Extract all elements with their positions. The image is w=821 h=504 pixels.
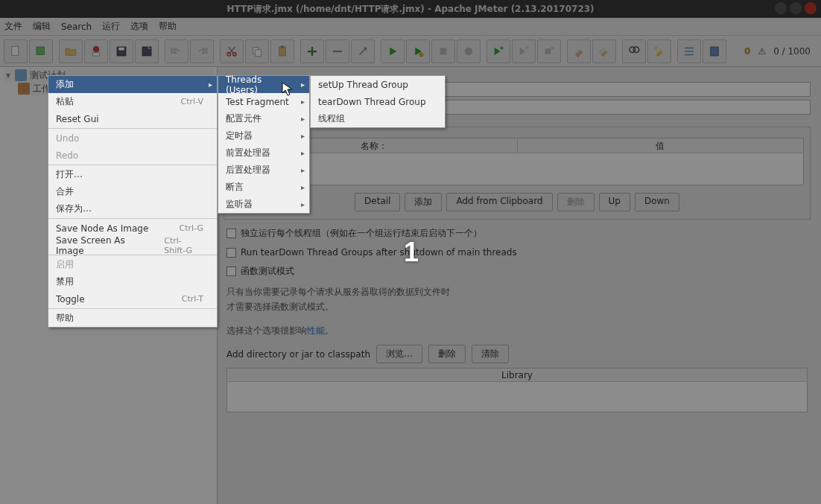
chk-independent[interactable]: [226, 229, 236, 238]
chk-teardown-label: Run tearDown Thread Groups after shutdow…: [241, 247, 517, 258]
start-no-timers-icon[interactable]: [406, 39, 430, 63]
clear-all-icon[interactable]: [592, 39, 616, 63]
collapse-icon[interactable]: [326, 39, 349, 63]
window-controls: [775, 2, 817, 14]
redo-icon[interactable]: [190, 39, 214, 63]
templates-icon[interactable]: [29, 39, 53, 63]
ctx-add-item[interactable]: 断言▸: [218, 179, 309, 196]
note-line-2: 才需要选择函数测试模式。: [226, 300, 808, 313]
ctx-main-separator: [48, 165, 217, 165]
ctx-main-item[interactable]: 帮助: [48, 310, 217, 327]
undo-icon[interactable]: [165, 39, 188, 63]
context-menu-main[interactable]: 添加▸粘贴Ctrl-VReset GuiUndoRedo打开…合并保存为…Sav…: [48, 75, 218, 328]
warn-icon: ⚠: [758, 46, 766, 57]
new-icon[interactable]: [4, 39, 28, 63]
ctx-main-separator: [48, 255, 217, 255]
function-helper-icon[interactable]: [677, 39, 701, 63]
maximize-icon[interactable]: [790, 2, 802, 14]
search-icon[interactable]: [622, 39, 646, 63]
toggle-icon[interactable]: [351, 39, 375, 63]
ctx-main-item-accel: Ctrl-Shift-G: [142, 236, 203, 255]
menu-search[interactable]: Search: [61, 22, 92, 32]
svg-rect-23: [711, 47, 719, 56]
ctx-main-item-label: 保存为…: [56, 202, 92, 215]
delete-button[interactable]: 删除: [557, 193, 595, 211]
ctx-main-item[interactable]: Reset Gui: [48, 110, 217, 127]
menu-help[interactable]: 帮助: [159, 20, 177, 33]
ctx-add-item-label: 定时器: [226, 130, 253, 142]
ctx-main-item[interactable]: 保存为…: [48, 200, 217, 217]
vars-table-body[interactable]: [231, 153, 803, 185]
ctx-main-item[interactable]: ToggleCtrl-T: [48, 290, 217, 307]
svg-rect-12: [281, 45, 285, 48]
down-button[interactable]: Down: [635, 193, 679, 211]
copy-icon[interactable]: [245, 39, 269, 63]
ctx-main-separator: [48, 308, 217, 309]
reset-search-icon[interactable]: [647, 39, 671, 63]
ctx-add-item[interactable]: 前置处理器▸: [218, 144, 309, 162]
chk-teardown[interactable]: [226, 248, 236, 258]
ctx-add-item[interactable]: 定时器▸: [218, 127, 309, 144]
ctx-add-item[interactable]: Threads (Users)▸: [218, 76, 309, 93]
save-as-icon[interactable]: [135, 39, 159, 63]
menu-bar: 文件 编辑 Search 运行 选项 帮助: [0, 18, 821, 36]
minimize-icon[interactable]: [775, 2, 787, 14]
ctx-main-item[interactable]: 添加▸: [48, 76, 217, 93]
library-body[interactable]: [227, 382, 807, 412]
up-button[interactable]: Up: [599, 193, 630, 211]
context-menu-add[interactable]: Threads (Users)▸Test Fragment▸配置元件▸定时器▸前…: [218, 75, 310, 214]
close-icon[interactable]: [805, 2, 817, 14]
note-line-1: 只有当你需要记录每个请求从服务器取得的数据到文件时: [226, 285, 808, 299]
open-icon[interactable]: [59, 39, 83, 63]
ctx-main-item[interactable]: 粘贴Ctrl-V: [48, 93, 217, 110]
add-from-clipboard-button[interactable]: Add from Clipboard: [446, 193, 552, 211]
ctx-add-item[interactable]: 后置处理器▸: [218, 162, 309, 179]
start-icon[interactable]: [381, 39, 405, 63]
vars-table[interactable]: 名称： 值: [230, 138, 804, 185]
svg-rect-11: [279, 47, 286, 56]
paste-icon[interactable]: [270, 39, 294, 63]
ctx-main-separator: [48, 218, 217, 219]
classpath-delete-button[interactable]: 删除: [428, 345, 466, 363]
remote-stop-icon[interactable]: [537, 39, 561, 63]
ctx-main-item[interactable]: 打开…: [48, 166, 217, 183]
menu-run[interactable]: 运行: [102, 20, 120, 33]
clear-icon[interactable]: [567, 39, 591, 63]
menu-options[interactable]: 选项: [130, 20, 148, 33]
context-menu-threads[interactable]: setUp Thread GrouptearDown Thread Group线…: [310, 75, 446, 128]
library-table[interactable]: Library: [226, 368, 808, 412]
ctx-threads-item[interactable]: 线程组: [311, 110, 445, 127]
ctx-main-item[interactable]: 禁用: [48, 273, 217, 290]
add-button[interactable]: 添加: [405, 193, 442, 211]
note-link[interactable]: 性能: [307, 325, 325, 336]
ctx-main-item[interactable]: 合并: [48, 183, 217, 200]
detail-button[interactable]: Detail: [355, 193, 400, 211]
ctx-main-item-label: 粘贴: [56, 95, 74, 108]
remote-start-no-timers-icon[interactable]: [512, 39, 536, 63]
help-icon[interactable]: [703, 39, 726, 63]
ctx-threads-item[interactable]: tearDown Thread Group: [311, 93, 445, 110]
stop-icon[interactable]: [431, 39, 455, 63]
chk-functest[interactable]: [226, 267, 236, 276]
expand-icon[interactable]: [300, 39, 324, 63]
ctx-main-item[interactable]: Save Screen As ImageCtrl-Shift-G: [48, 237, 217, 254]
chevron-right-icon: ▸: [209, 80, 212, 89]
close-file-icon[interactable]: [84, 39, 108, 63]
ctx-threads-item[interactable]: setUp Thread Group: [311, 76, 445, 93]
shutdown-icon[interactable]: [457, 39, 481, 63]
remote-start-icon[interactable]: [486, 39, 510, 63]
chevron-right-icon: ▸: [301, 183, 305, 191]
ctx-add-item[interactable]: Test Fragment▸: [218, 93, 309, 110]
svg-rect-3: [93, 52, 100, 56]
browse-button[interactable]: 浏览…: [376, 345, 422, 363]
ctx-add-item-label: Test Fragment: [226, 97, 289, 107]
menu-file[interactable]: 文件: [4, 20, 22, 33]
save-icon[interactable]: [110, 39, 133, 63]
svg-point-13: [419, 52, 424, 57]
ctx-add-item[interactable]: 配置元件▸: [218, 110, 309, 127]
ctx-add-item[interactable]: 监听器▸: [218, 196, 309, 213]
classpath-clear-button[interactable]: 清除: [472, 345, 509, 363]
menu-edit[interactable]: 编辑: [33, 20, 51, 33]
ctx-main-item-label: 打开…: [56, 168, 83, 181]
cut-icon[interactable]: [220, 39, 244, 63]
